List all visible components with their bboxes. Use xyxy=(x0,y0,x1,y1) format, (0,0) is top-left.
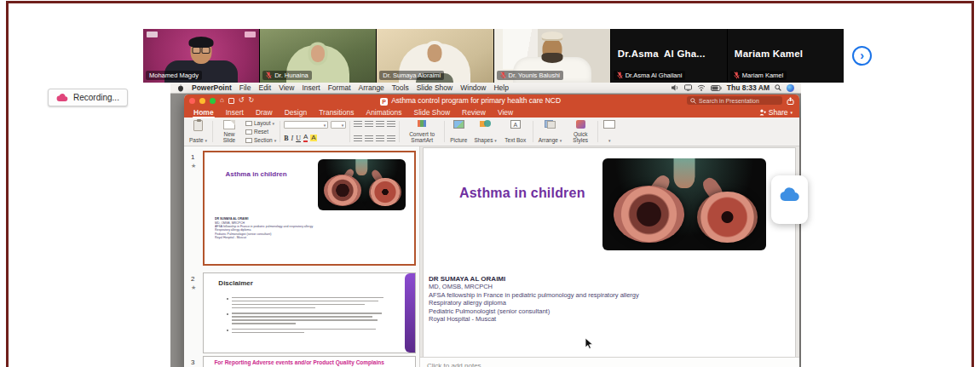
thumbnail-slide-title: Asthma in children xyxy=(226,170,287,178)
font-color-button[interactable]: A xyxy=(303,134,308,142)
reset-button[interactable]: Reset xyxy=(245,129,276,135)
menubar-app-name[interactable]: PowerPoint xyxy=(192,83,232,92)
presenter-credentials[interactable]: DR SUMAYA AL ORAIMI MD, OMSB, MRCPCH AFS… xyxy=(429,275,639,323)
save-icon[interactable] xyxy=(228,98,234,104)
presentation-search-input[interactable]: Search in Presentation xyxy=(687,96,782,105)
share-button[interactable]: Share ▾ xyxy=(759,108,793,117)
font-size-select[interactable]: ▾ xyxy=(331,121,346,129)
arrange-button[interactable]: Arrange ▾ xyxy=(537,119,563,144)
notes-pane[interactable]: Click to add notes xyxy=(420,357,799,367)
shapes-button[interactable]: Shapes ▾ xyxy=(472,119,498,144)
tab-design[interactable]: Design xyxy=(284,108,308,117)
indent-decrease-icon[interactable] xyxy=(376,121,384,128)
menu-item-help[interactable]: Help xyxy=(493,83,508,92)
display-icon[interactable] xyxy=(684,84,692,91)
tab-transitions[interactable]: Transitions xyxy=(318,108,355,117)
participant-tile[interactable]: Mariam Kamel Mariam Kamel xyxy=(728,29,844,83)
thumbnail-slide-title: For Reporting Adverse events and/or Prod… xyxy=(214,359,384,365)
zoom-window-button[interactable] xyxy=(210,98,216,104)
menu-item-edit[interactable]: Edit xyxy=(258,83,271,92)
window-content: 1 ★ Asthma in children DR SUMAYA AL ORAI… xyxy=(184,146,799,367)
airway-image[interactable] xyxy=(602,158,766,250)
participant-tile[interactable]: Dr. Hunaina xyxy=(260,29,376,83)
ribbon-tabs: Home Insert Draw Design Transitions Anim… xyxy=(184,106,799,118)
underline-button[interactable]: U xyxy=(296,135,301,142)
chevron-down-icon: ▾ xyxy=(342,123,344,128)
tab-review[interactable]: Review xyxy=(461,108,487,117)
redo-icon[interactable]: ↻ xyxy=(249,97,255,104)
muted-mic-icon xyxy=(500,72,506,79)
menu-item-insert[interactable]: Insert xyxy=(302,83,320,92)
align-right-icon[interactable] xyxy=(376,135,384,142)
glasses-icon xyxy=(193,47,210,53)
align-left-icon[interactable] xyxy=(354,135,362,142)
next-participants-button[interactable]: › xyxy=(852,46,872,66)
share-icon[interactable] xyxy=(787,97,794,105)
close-window-button[interactable] xyxy=(189,98,195,104)
home-icon[interactable]: ⌂ xyxy=(220,97,224,104)
macos-menubar: PowerPoint File Edit View Insert Format … xyxy=(170,83,801,94)
new-slide-button[interactable]: New Slide xyxy=(216,119,242,144)
menu-item-slide-show[interactable]: Slide Show xyxy=(417,83,453,92)
participant-tile[interactable]: Mohamed Magdy xyxy=(143,29,259,83)
menu-item-format[interactable]: Format xyxy=(328,83,351,92)
paste-button[interactable]: Paste ▾ xyxy=(187,119,209,144)
picture-button[interactable]: Picture xyxy=(448,119,469,144)
normal-airway-shape xyxy=(614,186,684,243)
share-button-label: Share xyxy=(769,108,788,117)
menu-item-view[interactable]: View xyxy=(279,83,294,92)
tab-view[interactable]: View xyxy=(497,108,514,117)
slide-editing-area: Asthma in children DR SUMAYA AL ORAIMI M… xyxy=(420,146,799,367)
layout-button[interactable]: Layout ▾ xyxy=(245,120,276,126)
bold-button[interactable]: B xyxy=(284,135,288,142)
slide-thumbnail-2[interactable]: Disclaimer xyxy=(203,272,416,353)
font-name-select[interactable]: ▾ xyxy=(284,121,328,129)
siri-icon[interactable] xyxy=(787,84,794,92)
participant-tile[interactable]: Dr. Younis Balushi xyxy=(494,29,610,83)
slide-thumbnail-1[interactable]: Asthma in children DR SUMAYA AL ORAIMI M… xyxy=(203,151,416,266)
trachea-shape xyxy=(674,158,695,188)
section-button[interactable]: Section ▾ xyxy=(245,137,276,143)
tab-home[interactable]: Home xyxy=(193,108,215,117)
tab-draw[interactable]: Draw xyxy=(255,108,274,117)
quick-styles-button[interactable]: Quick Styles xyxy=(567,119,594,144)
menu-item-tools[interactable]: Tools xyxy=(392,83,409,92)
volume-icon[interactable] xyxy=(672,84,679,91)
cloud-sync-overlay[interactable] xyxy=(771,175,808,224)
numbering-icon[interactable] xyxy=(365,121,373,128)
screenshot-canvas: Recording... Mohamed Magdy Dr. Hunaina xyxy=(0,0,980,367)
undo-icon[interactable]: ↺ xyxy=(239,97,245,104)
align-center-icon[interactable] xyxy=(365,135,373,142)
tab-insert[interactable]: Insert xyxy=(225,108,245,117)
slide-thumbnail-3[interactable]: For Reporting Adverse events and/or Prod… xyxy=(203,356,416,367)
bullets-icon[interactable] xyxy=(354,121,362,128)
text-box-icon: A xyxy=(510,120,521,129)
indent-increase-icon[interactable] xyxy=(387,121,395,128)
more-icon xyxy=(603,120,615,129)
menu-item-window[interactable]: Window xyxy=(460,83,486,92)
menu-item-arrange[interactable]: Arrange xyxy=(359,83,384,92)
participant-tile[interactable]: Dr.Asma Al Gha... Dr.Asma Al Ghailani xyxy=(611,29,727,83)
slide-title-text[interactable]: Asthma in children xyxy=(459,186,585,201)
current-slide[interactable]: Asthma in children DR SUMAYA AL ORAIMI M… xyxy=(424,148,795,357)
tab-slide-show[interactable]: Slide Show xyxy=(413,108,452,117)
airway-image xyxy=(318,159,406,210)
highlight-button[interactable]: A xyxy=(310,135,316,141)
wifi-icon[interactable] xyxy=(697,84,706,91)
kuma-cap xyxy=(541,32,562,41)
menubar-clock[interactable]: Thu 8:33 AM xyxy=(727,83,770,92)
justify-icon[interactable] xyxy=(387,135,395,142)
apple-menu-icon[interactable] xyxy=(177,84,184,92)
participant-tile[interactable]: Dr. Sumaya Aloraimi xyxy=(377,29,493,83)
text-box-button[interactable]: A Text Box xyxy=(502,119,529,144)
menu-item-file[interactable]: File xyxy=(239,83,251,92)
tab-animations[interactable]: Animations xyxy=(365,108,402,117)
battery-icon[interactable] xyxy=(711,85,722,91)
spotlight-search-icon[interactable] xyxy=(775,84,781,91)
chevron-down-icon: ▾ xyxy=(494,138,497,143)
minimize-window-button[interactable] xyxy=(199,98,205,104)
italic-button[interactable]: I xyxy=(291,135,294,142)
more-ribbon-button[interactable]: ▾ xyxy=(602,119,617,144)
credential-line: Royal Hospital - Muscat xyxy=(429,315,639,323)
convert-to-smartart-button[interactable]: Convert to SmartArt xyxy=(403,119,441,144)
